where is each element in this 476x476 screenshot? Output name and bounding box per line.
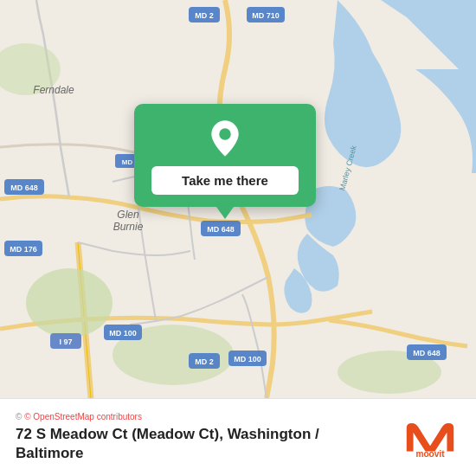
md100-label: MD 100: [109, 329, 137, 338]
take-me-there-button[interactable]: Take me there: [151, 166, 299, 195]
bottom-info-bar: © © OpenStreetMap contributors 72 S Mead…: [0, 398, 476, 476]
svg-point-3: [26, 268, 113, 338]
address-text: 72 S Meadow Ct (Meadow Ct), Washington /…: [16, 425, 383, 463]
location-popup: Take me there: [134, 104, 316, 207]
md176-label: MD 176: [10, 245, 37, 254]
osm-link[interactable]: © OpenStreetMap contributors: [24, 412, 142, 421]
md648-mid-label: MD 648: [207, 225, 235, 234]
md648-bot-label: MD 648: [413, 349, 441, 357]
md648-left-label: MD 648: [10, 183, 38, 192]
glen-burnie-label2: Burnie: [113, 221, 144, 233]
i97-label: I 97: [59, 338, 72, 346]
location-pin-icon: [206, 119, 244, 158]
md710-label: MD 710: [252, 11, 280, 20]
svg-text:moovit: moovit: [415, 448, 445, 458]
md100-bot-label: MD 100: [234, 355, 261, 363]
location-info: © © OpenStreetMap contributors 72 S Mead…: [16, 412, 383, 463]
moovit-logo: moovit: [383, 416, 460, 460]
md2-bot-label: MD 2: [195, 357, 214, 366]
md-mid-label: MD: [122, 158, 133, 166]
ferndale-label: Ferndale: [33, 84, 74, 96]
glen-burnie-label: Glen: [117, 209, 139, 221]
svg-point-18: [219, 128, 231, 140]
copyright-line: © © OpenStreetMap contributors: [16, 412, 383, 421]
md2-top-label: MD 2: [195, 11, 214, 20]
copyright-symbol: ©: [16, 412, 24, 421]
moovit-logo-icon: moovit: [400, 416, 460, 460]
map-area[interactable]: MD 710 MD 2 MD 648 MD 176 MD MD 648 I 97…: [0, 0, 476, 398]
